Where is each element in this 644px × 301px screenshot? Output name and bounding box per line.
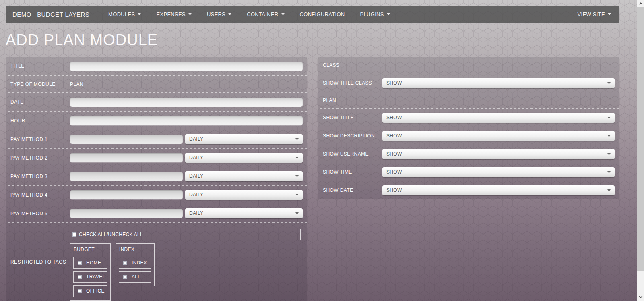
show-time-select[interactable]: SHOW bbox=[382, 167, 615, 177]
select-value: SHOW bbox=[386, 151, 402, 157]
tags-content: CHECK ALL/UNCHECK ALL BUDGET HOME TRAVEL bbox=[70, 224, 307, 301]
show-title-class-label: SHOW TITLE CLASS bbox=[323, 80, 382, 86]
pay-method-3-period-select[interactable]: DAILY bbox=[185, 171, 303, 181]
brand-title[interactable]: DEMO - BUDGET-LAYERS bbox=[6, 11, 95, 18]
date-input[interactable] bbox=[70, 98, 303, 107]
vertical-scrollbar[interactable] bbox=[637, 0, 644, 301]
show-time-label: SHOW TIME bbox=[323, 169, 382, 175]
pay-method-5-label: PAY METHOD 5 bbox=[10, 211, 70, 216]
form-row-pay-method-5: PAY METHOD 5 DAILY bbox=[6, 204, 307, 222]
form-row-hour: HOUR bbox=[6, 111, 307, 130]
nav-item-label: CONTAINER bbox=[247, 11, 278, 17]
show-description-select[interactable]: SHOW bbox=[382, 131, 615, 141]
hour-label: HOUR bbox=[10, 118, 70, 124]
class-header-label: CLASS bbox=[323, 62, 619, 68]
pay-method-5-period-select[interactable]: DAILY bbox=[185, 208, 303, 218]
home-checkbox[interactable] bbox=[78, 261, 82, 265]
scroll-up-button[interactable] bbox=[637, 0, 644, 7]
nav-item-label: EXPENSES bbox=[156, 11, 185, 17]
form-row-show-description: SHOW DESCRIPTION SHOW bbox=[318, 127, 619, 145]
pay-method-4-period-select[interactable]: DAILY bbox=[185, 190, 303, 200]
pay-method-1-input[interactable] bbox=[70, 135, 183, 144]
index-checkbox[interactable] bbox=[123, 261, 127, 265]
caret-down-icon bbox=[138, 13, 141, 15]
pay-method-4-label: PAY METHOD 4 bbox=[10, 192, 70, 198]
nav-item-configuration[interactable]: CONFIGURATION bbox=[292, 11, 353, 17]
caret-down-icon bbox=[607, 153, 611, 155]
caret-down-icon bbox=[295, 175, 299, 177]
type-of-module-label: TYPE OF MODULE bbox=[10, 81, 70, 87]
tag-item-label: INDEX bbox=[132, 260, 147, 266]
section-header-class: CLASS bbox=[318, 57, 619, 74]
show-date-label: SHOW DATE bbox=[323, 187, 382, 193]
chevron-up-icon bbox=[639, 2, 642, 6]
show-title-class-select[interactable]: SHOW bbox=[382, 78, 615, 88]
type-of-module-value: PLAN bbox=[70, 81, 83, 87]
caret-down-icon bbox=[607, 189, 611, 191]
pay-method-1-period-select[interactable]: DAILY bbox=[185, 134, 303, 144]
tag-item-label: HOME bbox=[86, 260, 101, 266]
nav-item-container[interactable]: CONTAINER bbox=[239, 11, 292, 17]
tag-item-all[interactable]: ALL bbox=[119, 271, 151, 283]
show-date-select[interactable]: SHOW bbox=[382, 185, 615, 195]
display-settings-panel: CLASS SHOW TITLE CLASS SHOW PLAN SHOW TI… bbox=[318, 57, 619, 199]
tag-item-office[interactable]: OFFICE bbox=[73, 285, 107, 297]
nav-item-label: CONFIGURATION bbox=[300, 11, 345, 17]
nav-item-modules[interactable]: MODULES bbox=[101, 11, 149, 17]
select-value: SHOW bbox=[386, 187, 402, 193]
tag-item-home[interactable]: HOME bbox=[73, 257, 107, 269]
select-value: SHOW bbox=[386, 115, 402, 120]
caret-down-icon bbox=[607, 171, 611, 173]
pay-method-3-label: PAY METHOD 3 bbox=[10, 174, 70, 179]
caret-down-icon bbox=[607, 117, 611, 119]
select-value: DAILY bbox=[189, 210, 203, 216]
tag-group-name: INDEX bbox=[119, 246, 151, 255]
select-value: DAILY bbox=[189, 136, 203, 142]
check-all-checkbox[interactable] bbox=[72, 232, 76, 237]
tag-group-budget: BUDGET HOME TRAVEL OFFICE bbox=[70, 243, 111, 301]
pay-method-2-period-select[interactable]: DAILY bbox=[185, 153, 303, 163]
pay-method-2-label: PAY METHOD 2 bbox=[10, 155, 70, 161]
caret-down-icon bbox=[607, 82, 611, 84]
scroll-down-button[interactable] bbox=[637, 293, 644, 300]
pay-method-3-input[interactable] bbox=[70, 172, 183, 181]
nav-item-users[interactable]: USERS bbox=[199, 11, 239, 17]
pay-method-4-input[interactable] bbox=[70, 190, 183, 199]
select-value: SHOW bbox=[386, 169, 402, 175]
office-checkbox[interactable] bbox=[78, 289, 82, 293]
form-row-restricted-to-tags: RESTRICTED TO TAGS CHECK ALL/UNCHECK ALL… bbox=[6, 222, 307, 301]
scrollbar-thumb[interactable] bbox=[637, 7, 644, 271]
tag-item-index[interactable]: INDEX bbox=[119, 257, 151, 269]
check-all-toggle[interactable]: CHECK ALL/UNCHECK ALL bbox=[70, 229, 301, 240]
caret-down-icon bbox=[295, 212, 299, 214]
nav-item-view-site[interactable]: VIEW SITE bbox=[570, 11, 619, 17]
select-value: SHOW bbox=[386, 80, 402, 86]
show-title-label: SHOW TITLE bbox=[323, 115, 382, 120]
check-all-label: CHECK ALL/UNCHECK ALL bbox=[79, 232, 143, 237]
nav-item-label: VIEW SITE bbox=[578, 11, 605, 17]
pay-method-5-input[interactable] bbox=[70, 209, 183, 218]
show-title-select[interactable]: SHOW bbox=[382, 113, 615, 123]
nav-item-label: PLUGINS bbox=[360, 11, 384, 17]
hour-input[interactable] bbox=[70, 116, 303, 125]
show-username-label: SHOW USERNAME bbox=[323, 151, 382, 157]
form-row-show-title-class: SHOW TITLE CLASS SHOW bbox=[318, 74, 619, 92]
tag-item-travel[interactable]: TRAVEL bbox=[73, 271, 107, 283]
form-row-pay-method-4: PAY METHOD 4 DAILY bbox=[6, 185, 307, 204]
caret-down-icon bbox=[387, 13, 390, 15]
form-row-show-username: SHOW USERNAME SHOW bbox=[318, 145, 619, 163]
date-label: DATE bbox=[10, 99, 70, 105]
caret-down-icon bbox=[608, 13, 611, 15]
caret-down-icon bbox=[295, 138, 299, 140]
select-value: DAILY bbox=[189, 192, 203, 197]
title-input[interactable] bbox=[70, 62, 303, 71]
nav-item-expenses[interactable]: EXPENSES bbox=[149, 11, 199, 17]
title-label: TITLE bbox=[10, 63, 70, 69]
all-checkbox[interactable] bbox=[123, 275, 127, 279]
travel-checkbox[interactable] bbox=[78, 275, 82, 279]
form-row-pay-method-3: PAY METHOD 3 DAILY bbox=[6, 167, 307, 185]
form-row-type-of-module: TYPE OF MODULE PLAN bbox=[6, 75, 307, 92]
nav-item-plugins[interactable]: PLUGINS bbox=[353, 11, 398, 17]
show-username-select[interactable]: SHOW bbox=[382, 149, 615, 159]
pay-method-2-input[interactable] bbox=[70, 153, 183, 162]
